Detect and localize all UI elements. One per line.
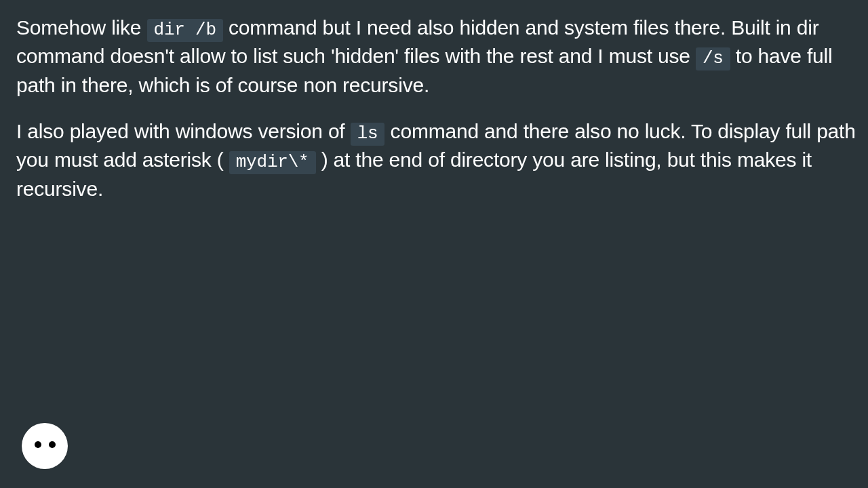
paragraph-2: I also played with windows version of ls… xyxy=(16,117,856,203)
avatar-icon xyxy=(22,423,68,469)
question-body: Somehow like dir /b command but I need a… xyxy=(0,0,868,235)
text: Somehow like xyxy=(16,16,147,39)
inline-code: dir /b xyxy=(147,19,223,42)
paragraph-1: Somehow like dir /b command but I need a… xyxy=(16,14,856,100)
inline-code: /s xyxy=(696,47,730,70)
inline-code: mydir\* xyxy=(229,151,316,174)
inline-code: ls xyxy=(351,123,385,146)
text: I also played with windows version of xyxy=(16,120,351,142)
